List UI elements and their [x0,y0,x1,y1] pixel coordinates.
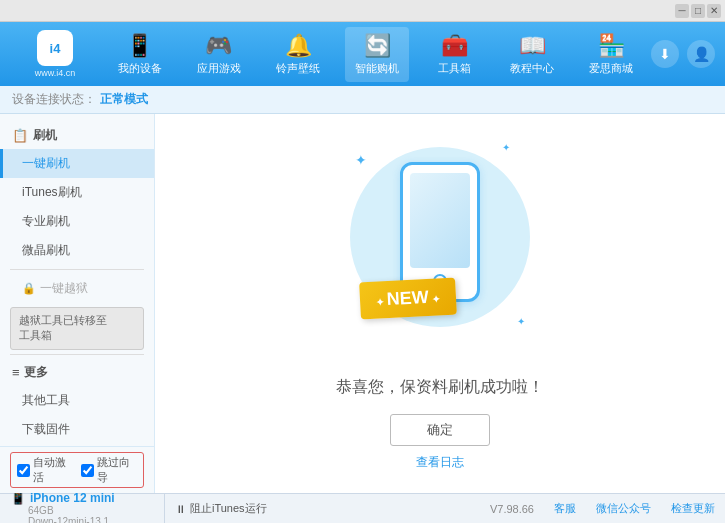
apps-games-icon: 🎮 [205,33,232,59]
secondary-link[interactable]: 查看日志 [416,454,464,471]
sidebar-section-flash: 📋 刷机 [0,122,154,149]
toolbox-icon: 🧰 [441,33,468,59]
sidebar-section-flash-label: 刷机 [33,127,57,144]
sidebar-section-more: ≡ 更多 [0,359,154,386]
sidebar-divider-2 [10,354,144,355]
nav-item-shop[interactable]: 🏪 爱思商城 [579,27,643,82]
minimize-button[interactable]: ─ [675,4,689,18]
stop-itunes-label: 阻止iTunes运行 [190,501,267,516]
download-button[interactable]: ⬇ [651,40,679,68]
auto-activate-checkbox[interactable] [17,464,30,477]
skip-wizard-label: 跳过向导 [97,455,137,485]
stop-itunes-icon: ⏸ [175,503,186,515]
maximize-button[interactable]: □ [691,4,705,18]
shop-icon: 🏪 [598,33,625,59]
sidebar-item-pro-flash-label: 专业刷机 [22,214,70,228]
sidebar-item-download-fw-label: 下载固件 [22,422,70,436]
nav-item-apps-games[interactable]: 🎮 应用游戏 [187,27,251,82]
skip-wizard-checkbox[interactable] [81,464,94,477]
title-bar: ─ □ ✕ [0,0,725,22]
auto-activate-checkbox-label[interactable]: 自动激活 [17,455,73,485]
status-label: 设备连接状态： [12,91,96,108]
checkbox-highlight-area: 自动激活 跳过向导 [10,452,144,488]
footer-update-link[interactable]: 检查更新 [671,501,715,516]
sidebar-divider-1 [10,269,144,270]
footer-device-storage: 64GB [10,505,156,516]
flash-section-icon: 📋 [12,128,28,143]
sidebar-item-micro-flash-label: 微晶刷机 [22,243,70,257]
nav-item-smart-shop[interactable]: 🔄 智能购机 [345,27,409,82]
close-button[interactable]: ✕ [707,4,721,18]
tutorials-icon: 📖 [519,33,546,59]
smart-shop-icon: 🔄 [364,33,391,59]
sidebar-item-other-tools-label: 其他工具 [22,393,70,407]
sidebar-item-download-fw[interactable]: 下载固件 [0,415,154,444]
footer-version: V7.98.66 [490,503,534,515]
nav-item-ringtones-label: 铃声壁纸 [276,61,320,76]
nav-items: 📱 我的设备 🎮 应用游戏 🔔 铃声壁纸 🔄 智能购机 🧰 工具箱 📖 [100,27,651,82]
sidebar-notice-text: 越狱工具已转移至工具箱 [19,314,107,341]
nav-item-ringtones[interactable]: 🔔 铃声壁纸 [266,27,330,82]
sidebar-item-itunes-flash[interactable]: iTunes刷机 [0,178,154,207]
nav-item-tutorials[interactable]: 📖 教程中心 [500,27,564,82]
confirm-button[interactable]: 确定 [390,414,490,446]
sidebar-item-pro-flash[interactable]: 专业刷机 [0,207,154,236]
new-banner: NEW [359,277,456,319]
center-content: ✦ ✦ ✦ NEW 恭喜您，保资料刷机成功啦！ 确定 查看日志 [155,114,725,493]
sidebar: 📋 刷机 一键刷机 iTunes刷机 专业刷机 微晶刷机 🔒 一键越狱 越狱工 [0,114,155,493]
content-area: 📋 刷机 一键刷机 iTunes刷机 专业刷机 微晶刷机 🔒 一键越狱 越狱工 [0,114,725,493]
my-device-icon: 📱 [126,33,153,59]
top-nav: i4 www.i4.cn 📱 我的设备 🎮 应用游戏 🔔 铃声壁纸 🔄 智能购机 [0,22,725,86]
nav-item-smart-shop-label: 智能购机 [355,61,399,76]
sidebar-item-one-click-flash-label: 一键刷机 [22,156,70,170]
auto-activate-label: 自动激活 [33,455,73,485]
nav-item-toolbox-label: 工具箱 [438,61,471,76]
footer-bar: 📱 iPhone 12 mini 64GB Down-12mini-13.1 ⏸… [0,493,725,523]
footer-service-link[interactable]: 客服 [554,501,576,516]
sidebar-section-more-label: 更多 [24,364,48,381]
phone-screen [410,173,470,268]
footer-device-model: Down-12mini-13.1 [10,516,156,523]
sparkle-1: ✦ [355,152,367,168]
status-value: 正常模式 [100,91,148,108]
sidebar-item-other-tools[interactable]: 其他工具 [0,386,154,415]
nav-item-apps-games-label: 应用游戏 [197,61,241,76]
footer-right: V7.98.66 客服 微信公众号 检查更新 [277,501,715,516]
nav-item-toolbox[interactable]: 🧰 工具箱 [425,27,485,82]
nav-item-my-device[interactable]: 📱 我的设备 [108,27,172,82]
status-bar: 设备连接状态： 正常模式 [0,86,725,114]
ringtones-icon: 🔔 [285,33,312,59]
logo-icon: i4 [37,30,73,66]
sidebar-bottom-checkboxes: 自动激活 跳过向导 [0,446,155,493]
sidebar-item-jailbreak: 🔒 一键越狱 [0,274,154,303]
phone-illustration: ✦ ✦ ✦ NEW [340,137,540,357]
nav-item-shop-label: 爱思商城 [589,61,633,76]
sidebar-notice: 越狱工具已转移至工具箱 [10,307,144,350]
footer-device-section: 📱 iPhone 12 mini 64GB Down-12mini-13.1 [10,494,165,523]
sparkle-3: ✦ [517,316,525,327]
footer-stop-itunes[interactable]: ⏸ 阻止iTunes运行 [165,501,277,516]
nav-item-tutorials-label: 教程中心 [510,61,554,76]
sidebar-item-micro-flash[interactable]: 微晶刷机 [0,236,154,265]
nav-item-my-device-label: 我的设备 [118,61,162,76]
skip-wizard-checkbox-label[interactable]: 跳过向导 [81,455,137,485]
nav-right: ⬇ 👤 [651,40,715,68]
sidebar-item-one-click-flash[interactable]: 一键刷机 [0,149,154,178]
sidebar-item-jailbreak-label: 一键越狱 [40,280,88,297]
lock-icon: 🔒 [22,282,36,295]
success-text: 恭喜您，保资料刷机成功啦！ [336,377,544,398]
sparkle-2: ✦ [502,142,510,153]
sidebar-item-itunes-flash-label: iTunes刷机 [22,185,82,199]
logo-area[interactable]: i4 www.i4.cn [10,30,100,78]
user-button[interactable]: 👤 [687,40,715,68]
logo-text: www.i4.cn [35,68,76,78]
footer-wechat-link[interactable]: 微信公众号 [596,501,651,516]
